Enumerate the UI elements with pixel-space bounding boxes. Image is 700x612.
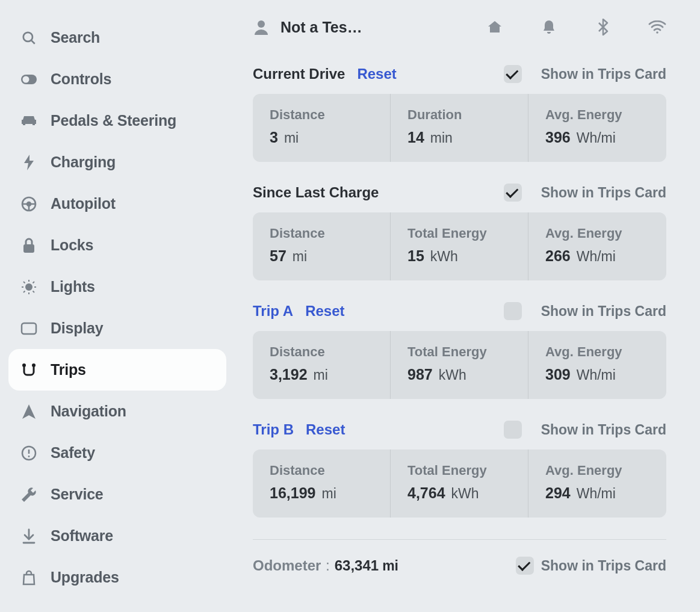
- lightbulb-icon: [20, 279, 37, 295]
- metric-avg-energy: Avg. Energy 266Wh/mi: [528, 212, 666, 280]
- sidebar-item-label: Display: [51, 320, 104, 337]
- svg-point-5: [27, 202, 31, 206]
- svg-line-13: [33, 291, 35, 292]
- sidebar-item-label: Autopilot: [51, 195, 116, 212]
- bluetooth-icon[interactable]: [594, 18, 612, 36]
- metric-total-energy: Total Energy 4,764kWh: [391, 450, 528, 518]
- metrics-trip-a: Distance 3,192mi Total Energy 987kWh Avg…: [253, 331, 666, 399]
- odometer-label: Odometer: [253, 557, 321, 574]
- section-title-trip-b[interactable]: Trip B: [253, 421, 294, 438]
- user-icon: [253, 19, 270, 36]
- profile-button[interactable]: Not a Tesla App: [253, 19, 365, 36]
- sidebar-item-upgrades[interactable]: Upgrades: [8, 557, 226, 598]
- svg-point-0: [23, 32, 33, 41]
- svg-rect-25: [492, 28, 498, 29]
- svg-line-15: [33, 282, 35, 283]
- main-panel: Not a Tesla App Current Drive Reset Show…: [235, 0, 700, 612]
- sidebar: Search Controls Pedals & Steering Chargi…: [0, 0, 235, 612]
- sidebar-item-pedals-steering[interactable]: Pedals & Steering: [8, 100, 226, 141]
- metric-distance: Distance 3mi: [253, 94, 391, 162]
- lock-icon: [20, 237, 37, 254]
- section-title: Since Last Charge: [253, 184, 379, 201]
- sidebar-item-charging[interactable]: Charging: [8, 141, 226, 183]
- sidebar-item-label: Software: [51, 527, 113, 545]
- metric-total-energy: Total Energy 987kWh: [391, 331, 528, 399]
- checkbox-show-trip-a[interactable]: [504, 302, 522, 320]
- show-label: Show in Trips Card: [541, 558, 666, 574]
- section-title: Current Drive: [253, 66, 345, 82]
- section-trip-a: Trip A Reset Show in Trips Card Distance…: [253, 302, 666, 399]
- bell-icon[interactable]: [540, 18, 558, 36]
- sidebar-item-label: Lights: [51, 278, 95, 295]
- sidebar-item-label: Safety: [51, 444, 95, 462]
- reset-trip-b[interactable]: Reset: [306, 421, 345, 438]
- alert-circle-icon: [20, 445, 37, 462]
- odometer-value: 63,341: [335, 557, 379, 574]
- profile-name: Not a Tesla App: [280, 19, 365, 36]
- svg-line-12: [23, 282, 25, 283]
- sidebar-item-safety[interactable]: Safety: [8, 432, 226, 474]
- metric-avg-energy: Avg. Energy 396Wh/mi: [528, 94, 666, 162]
- show-label: Show in Trips Card: [541, 422, 666, 438]
- sidebar-item-label: Search: [51, 29, 100, 46]
- wifi-icon[interactable]: [648, 18, 666, 36]
- sidebar-item-lights[interactable]: Lights: [8, 266, 226, 308]
- show-label: Show in Trips Card: [541, 66, 666, 82]
- section-current-drive: Current Drive Reset Show in Trips Card D…: [253, 65, 666, 162]
- sidebar-item-label: Charging: [51, 153, 116, 171]
- odometer-row: Odometer : 63,341 mi Show in Trips Card: [253, 539, 666, 575]
- metric-distance: Distance 57mi: [253, 212, 391, 280]
- checkbox-show-since-last-charge[interactable]: [504, 184, 522, 202]
- checkbox-show-odometer[interactable]: [516, 557, 534, 575]
- sidebar-item-search[interactable]: Search: [8, 17, 226, 58]
- sidebar-item-display[interactable]: Display: [8, 308, 226, 349]
- sidebar-item-label: Trips: [51, 361, 86, 379]
- svg-point-27: [656, 31, 658, 34]
- search-icon: [20, 29, 37, 46]
- checkbox-show-current-drive[interactable]: [504, 65, 522, 83]
- checkbox-show-trip-b[interactable]: [504, 421, 522, 439]
- sidebar-item-navigation[interactable]: Navigation: [8, 391, 226, 432]
- svg-rect-16: [22, 323, 36, 334]
- sidebar-item-label: Pedals & Steering: [51, 112, 176, 129]
- reset-trip-a[interactable]: Reset: [305, 303, 344, 320]
- sidebar-item-software[interactable]: Software: [8, 515, 226, 557]
- route-icon: [20, 362, 37, 379]
- sidebar-item-label: Controls: [51, 70, 111, 88]
- metrics-current-drive: Distance 3mi Duration 14min Avg. Energy …: [253, 94, 666, 162]
- odometer-unit: mi: [382, 558, 398, 574]
- topbar: Not a Tesla App: [253, 18, 666, 36]
- metric-distance: Distance 16,199mi: [253, 450, 391, 518]
- sidebar-item-controls[interactable]: Controls: [8, 58, 226, 100]
- steering-wheel-icon: [20, 196, 37, 212]
- reset-current-drive[interactable]: Reset: [357, 66, 396, 82]
- metric-duration: Duration 14min: [391, 94, 528, 162]
- svg-line-14: [23, 291, 25, 292]
- navigation-arrow-icon: [20, 403, 37, 420]
- show-label: Show in Trips Card: [541, 303, 666, 320]
- wrench-icon: [20, 486, 37, 503]
- section-title-trip-a[interactable]: Trip A: [253, 303, 293, 320]
- sidebar-item-label: Upgrades: [51, 569, 119, 586]
- bolt-icon: [20, 154, 37, 171]
- car-icon: [20, 113, 37, 129]
- sidebar-item-autopilot[interactable]: Autopilot: [8, 183, 226, 224]
- metric-distance: Distance 3,192mi: [253, 331, 391, 399]
- metrics-since-last-charge: Distance 57mi Total Energy 15kWh Avg. En…: [253, 212, 666, 280]
- svg-point-7: [26, 284, 32, 290]
- svg-point-24: [258, 20, 265, 28]
- display-icon: [20, 320, 37, 337]
- section-trip-b: Trip B Reset Show in Trips Card Distance…: [253, 421, 666, 518]
- metric-avg-energy: Avg. Energy 309Wh/mi: [528, 331, 666, 399]
- sidebar-item-service[interactable]: Service: [8, 474, 226, 515]
- homelink-icon[interactable]: [486, 18, 504, 36]
- download-icon: [20, 528, 37, 545]
- svg-point-3: [23, 76, 29, 82]
- sidebar-item-locks[interactable]: Locks: [8, 224, 226, 266]
- sidebar-item-trips[interactable]: Trips: [8, 349, 226, 391]
- shopping-bag-icon: [20, 569, 37, 586]
- sidebar-item-label: Locks: [51, 236, 93, 254]
- svg-point-21: [28, 456, 30, 457]
- sidebar-item-label: Navigation: [51, 403, 126, 420]
- sidebar-item-label: Service: [51, 486, 104, 503]
